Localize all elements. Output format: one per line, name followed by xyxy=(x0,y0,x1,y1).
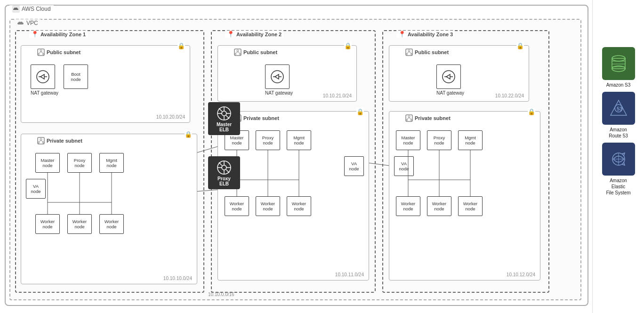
va-node-az3: VAnode xyxy=(394,156,414,176)
priv-subnet-az2-label: Private subnet xyxy=(234,114,279,122)
svg-rect-1 xyxy=(612,58,625,69)
svg-line-108 xyxy=(226,169,229,173)
efs-label: AmazonElasticFile System xyxy=(600,177,637,196)
proxy-node-az2: Proxynode xyxy=(256,130,280,150)
private-subnet-az1: 🔒 Private subnet xyxy=(21,134,197,284)
vpc-box: VPC xyxy=(9,19,581,300)
svg-point-55 xyxy=(235,54,236,55)
lock-icon-pub1: 🔒 xyxy=(177,42,185,49)
az3-pin-icon: 📍 xyxy=(398,31,406,38)
svg-marker-40 xyxy=(40,74,44,79)
svg-point-35 xyxy=(38,54,40,55)
route53-label: AmazonRoute 53 xyxy=(600,127,637,139)
proxy-node-az3: Proxynode xyxy=(427,130,451,150)
nat-label-az3: NAT gateway xyxy=(436,90,464,96)
svg-line-77 xyxy=(407,52,409,54)
nat-gateway-az3: NAT gateway xyxy=(436,64,464,96)
svg-line-87 xyxy=(407,118,409,120)
worker-node-az3-1: Workernode xyxy=(396,196,420,216)
subnet-network-icon2 xyxy=(234,48,242,56)
priv-subnet-network-icon1 xyxy=(37,137,45,144)
worker-node-az2-1: Workernode xyxy=(225,196,249,216)
pub-subnet-az2-cidr: 10.10.21.0/24 xyxy=(323,93,352,98)
priv-subnet-az3-label: Private subnet xyxy=(405,114,451,122)
s3-label: Amazon S3 xyxy=(600,82,637,88)
worker-node-az1-2: Workernode xyxy=(67,214,92,234)
route53-icon: 53 xyxy=(602,92,635,125)
aws-cloud: AWS Cloud VPC xyxy=(5,5,588,306)
mgmt-node-az3: Mgmtnode xyxy=(458,130,483,150)
va-node-az2: VAnode xyxy=(344,156,364,176)
efs-service: AmazonElasticFile System xyxy=(600,143,637,196)
svg-point-45 xyxy=(38,142,40,144)
cloud-icon xyxy=(12,5,20,13)
worker-node-az2-2: Workernode xyxy=(256,196,280,216)
svg-point-59 xyxy=(271,71,283,83)
main-container: Amazon S3 53 AmazonRoute 53 xyxy=(0,0,644,313)
priv-subnet-network-icon3 xyxy=(405,114,413,122)
svg-point-46 xyxy=(43,142,44,144)
lock-icon-pub2: 🔒 xyxy=(344,42,352,49)
az1-label: 📍 Availability Zone 1 xyxy=(29,31,88,38)
nat-icon-az3 xyxy=(436,64,461,89)
worker-node-az2-3: Workernode xyxy=(287,196,311,216)
pub-subnet-az3-cidr: 10.10.22.0/24 xyxy=(495,93,524,98)
nat-label-az1: NAT gateway xyxy=(31,90,58,96)
az2-label: 📍 Availability Zone 2 xyxy=(225,31,283,38)
svg-line-38 xyxy=(41,52,43,54)
svg-line-58 xyxy=(238,52,240,54)
proxy-elb-label: ProxyELB xyxy=(217,176,231,186)
svg-line-99 xyxy=(219,108,222,112)
svg-point-102 xyxy=(222,165,226,170)
route53-service: 53 AmazonRoute 53 xyxy=(600,92,637,139)
public-subnet-az1: 🔒 Public subnet xyxy=(21,45,190,123)
mgmt-node-az1: Mgmtnode xyxy=(99,153,124,173)
svg-point-74 xyxy=(408,50,410,52)
lock-icon-priv2: 🔒 xyxy=(356,108,364,115)
aws-cloud-label: AWS Cloud xyxy=(9,5,54,13)
s3-service: Amazon S3 xyxy=(600,47,637,88)
lock-icon-priv3: 🔒 xyxy=(528,108,535,115)
svg-point-94 xyxy=(222,111,226,116)
master-node-az3: Masternode xyxy=(396,130,420,150)
svg-marker-60 xyxy=(275,74,279,79)
nat-gateway-az1: NAT gateway xyxy=(31,64,58,96)
public-subnet-az3: 🔒 Public subnet xyxy=(389,45,529,102)
mgmt-node-az2: Mgmtnode xyxy=(287,130,311,150)
az3-box: 📍 Availability Zone 3 🔒 xyxy=(382,30,549,293)
svg-point-76 xyxy=(411,54,412,55)
master-elb-icon xyxy=(216,105,233,122)
nat-icon-az1 xyxy=(31,64,55,89)
pub-subnet-az3-label: Public subnet xyxy=(405,48,449,56)
svg-point-36 xyxy=(43,54,44,55)
svg-point-39 xyxy=(37,71,49,83)
subnet-network-icon3 xyxy=(405,48,413,56)
pub-subnet-az1-cidr: 10.10.20.0/24 xyxy=(156,114,185,120)
nat-label-az2: NAT gateway xyxy=(265,90,293,96)
svg-text:53: 53 xyxy=(617,106,622,112)
vpc-label: VPC xyxy=(14,19,41,27)
priv-subnet-az1-label: Private subnet xyxy=(37,137,82,144)
svg-line-57 xyxy=(235,52,238,54)
boot-node-az1: Bootnode xyxy=(64,64,88,89)
efs-icon xyxy=(602,143,635,176)
pub-subnet-az1-label: Public subnet xyxy=(37,48,80,56)
vpc-cidr-label: 10.10.0.0/16 xyxy=(208,292,234,297)
nat-gateway-az2: NAT gateway xyxy=(265,64,293,96)
proxy-elb-icon xyxy=(216,159,233,176)
svg-point-56 xyxy=(240,54,241,55)
svg-point-86 xyxy=(411,120,412,121)
svg-line-48 xyxy=(41,140,43,142)
aws-services-panel: Amazon S3 53 AmazonRoute 53 xyxy=(592,0,644,313)
priv-subnet-az3-cidr: 10.10.12.0/24 xyxy=(507,272,535,277)
private-subnet-az2: 🔒 Private subnet xyxy=(217,111,369,281)
private-subnet-az3: 🔒 Private subnet xyxy=(389,111,540,281)
svg-line-88 xyxy=(409,118,411,120)
lock-icon-priv1: 🔒 xyxy=(185,130,192,138)
az1-box: 📍 Availability Zone 1 🔒 xyxy=(15,30,204,293)
svg-point-75 xyxy=(406,54,408,55)
svg-point-54 xyxy=(237,50,239,52)
worker-node-az3-3: Workernode xyxy=(458,196,483,216)
svg-line-37 xyxy=(39,52,41,54)
svg-line-78 xyxy=(409,52,411,54)
